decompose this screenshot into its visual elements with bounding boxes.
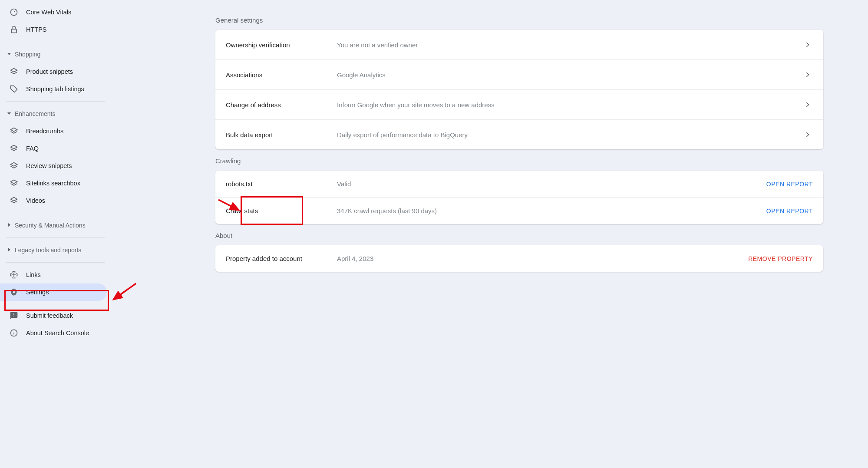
gauge-icon	[10, 8, 18, 16]
triangle-down-icon	[7, 52, 12, 57]
divider	[6, 101, 105, 102]
triangle-down-icon	[7, 111, 12, 116]
divider	[6, 213, 105, 213]
sidebar-item-shopping-tab-listings[interactable]: Shopping tab listings	[0, 80, 107, 98]
sidebar-item-label: Videos	[26, 197, 45, 204]
row-title: Associations	[226, 71, 337, 79]
divider	[6, 42, 105, 42]
sidebar-item-label: Sitelinks searchbox	[26, 180, 80, 187]
sidebar-item-settings[interactable]: Settings	[0, 283, 107, 301]
sidebar-item-label: FAQ	[26, 145, 39, 152]
triangle-right-icon	[7, 247, 12, 253]
sidebar-item-label: Shopping tab listings	[26, 86, 84, 92]
row-desc: Daily export of performance data to BigQ…	[337, 131, 802, 138]
sidebar-item-about-search-console[interactable]: About Search Console	[0, 324, 107, 342]
section-about-label: About	[215, 232, 823, 239]
row-crawl-stats[interactable]: Crawl stats 347K crawl requests (last 90…	[215, 198, 823, 224]
row-bulk-data-export[interactable]: Bulk data export Daily export of perform…	[215, 120, 823, 149]
open-report-button[interactable]: OPEN REPORT	[766, 181, 813, 188]
section-label: Security & Manual Actions	[15, 222, 86, 229]
sidebar-item-label: Settings	[26, 289, 49, 296]
row-desc: Valid	[337, 180, 766, 188]
info-icon	[10, 329, 18, 337]
remove-property-button[interactable]: REMOVE PROPERTY	[748, 255, 813, 262]
sidebar-item-label: Product snippets	[26, 68, 73, 75]
sidebar-item-label: Submit feedback	[26, 312, 73, 319]
divider	[6, 237, 105, 238]
sidebar: Core Web Vitals HTTPS Shopping Product s…	[0, 0, 111, 468]
layers-icon	[10, 127, 18, 135]
row-property-added: Property added to account April 4, 2023 …	[215, 245, 823, 272]
sidebar-item-label: Breadcrumbs	[26, 128, 63, 135]
sidebar-item-label: Core Web Vitals	[26, 9, 71, 16]
row-associations[interactable]: Associations Google Analytics	[215, 60, 823, 90]
layers-icon	[10, 179, 18, 188]
sidebar-section-shopping[interactable]: Shopping	[0, 46, 111, 63]
general-settings-card: Ownership verification You are not a ver…	[215, 30, 823, 149]
row-title: Change of address	[226, 101, 337, 109]
section-crawling-label: Crawling	[215, 157, 823, 165]
row-ownership-verification[interactable]: Ownership verification You are not a ver…	[215, 30, 823, 60]
sidebar-item-label: Links	[26, 271, 41, 278]
sidebar-section-enhancements[interactable]: Enhancements	[0, 105, 111, 122]
chevron-right-icon	[802, 69, 813, 80]
row-desc: 347K crawl requests (last 90 days)	[337, 207, 766, 214]
divider	[6, 262, 105, 263]
row-robots-txt[interactable]: robots.txt Valid OPEN REPORT	[215, 171, 823, 198]
row-title: Crawl stats	[226, 207, 337, 214]
sidebar-item-https[interactable]: HTTPS	[0, 21, 107, 38]
section-label: Enhancements	[15, 110, 55, 117]
sidebar-item-review-snippets[interactable]: Review snippets	[0, 157, 107, 175]
chevron-right-icon	[802, 99, 813, 110]
sidebar-item-product-snippets[interactable]: Product snippets	[0, 63, 107, 80]
row-desc: April 4, 2023	[337, 255, 748, 262]
about-card: Property added to account April 4, 2023 …	[215, 245, 823, 272]
chevron-right-icon	[802, 129, 813, 140]
feedback-icon	[10, 311, 18, 320]
chevron-right-icon	[802, 40, 813, 50]
sidebar-item-sitelinks-searchbox[interactable]: Sitelinks searchbox	[0, 175, 107, 192]
section-label: Shopping	[15, 51, 40, 58]
sidebar-section-legacy[interactable]: Legacy tools and reports	[0, 241, 111, 259]
row-change-of-address[interactable]: Change of address Inform Google when you…	[215, 90, 823, 120]
row-desc: Google Analytics	[337, 71, 802, 79]
row-title: Property added to account	[226, 255, 337, 262]
layers-icon	[10, 161, 18, 170]
sidebar-item-core-web-vitals[interactable]: Core Web Vitals	[0, 3, 107, 21]
sidebar-item-videos[interactable]: Videos	[0, 192, 107, 209]
layers-icon	[10, 67, 18, 76]
sidebar-item-label: About Search Console	[26, 330, 89, 336]
layers-icon	[10, 196, 18, 205]
section-label: Legacy tools and reports	[15, 247, 81, 254]
gear-icon	[10, 288, 18, 297]
row-desc: Inform Google when your site moves to a …	[337, 101, 802, 109]
main-content: General settings Ownership verification …	[111, 0, 849, 468]
section-general-settings-label: General settings	[215, 16, 823, 24]
sidebar-section-security[interactable]: Security & Manual Actions	[0, 217, 111, 234]
layers-icon	[10, 144, 18, 153]
sidebar-item-label: HTTPS	[26, 26, 47, 33]
crawling-card: robots.txt Valid OPEN REPORT Crawl stats…	[215, 171, 823, 224]
row-title: Ownership verification	[226, 41, 337, 49]
sidebar-item-label: Review snippets	[26, 162, 72, 169]
tag-icon	[10, 85, 18, 93]
row-desc: You are not a verified owner	[337, 41, 802, 49]
sidebar-item-submit-feedback[interactable]: Submit feedback	[0, 307, 107, 324]
links-icon	[10, 270, 18, 279]
sidebar-item-faq[interactable]: FAQ	[0, 140, 107, 157]
open-report-button[interactable]: OPEN REPORT	[766, 208, 813, 214]
sidebar-item-links[interactable]: Links	[0, 266, 107, 283]
row-title: Bulk data export	[226, 131, 337, 138]
row-title: robots.txt	[226, 180, 337, 188]
lock-icon	[10, 25, 18, 34]
sidebar-item-breadcrumbs[interactable]: Breadcrumbs	[0, 122, 107, 140]
triangle-right-icon	[7, 223, 12, 228]
